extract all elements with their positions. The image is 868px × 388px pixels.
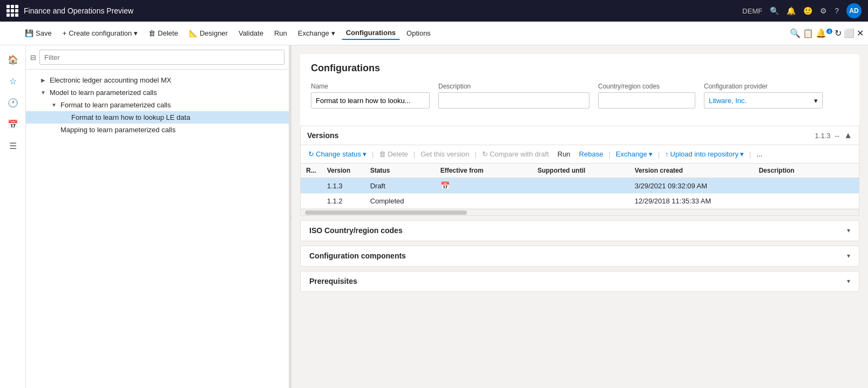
main-layout: 🏠 ☆ 🕐 📅 ☰ ⊟ ▶ Electronic ledger accounti… <box>0 45 868 388</box>
run-button[interactable]: Run <box>270 27 291 39</box>
apps-icon[interactable] <box>6 5 18 17</box>
vtb-delete-button[interactable]: 🗑 Delete <box>376 148 411 160</box>
name-field: Name <box>311 83 430 108</box>
rebase-button[interactable]: Rebase <box>576 148 607 160</box>
current-version: 1.1.3 <box>815 132 831 140</box>
collapse-icon: ▼ <box>39 90 48 96</box>
change-status-button[interactable]: ↻ Change status ▾ <box>305 148 370 160</box>
designer-button[interactable]: 📐 Designer <box>185 27 232 39</box>
get-this-version-button[interactable]: Get this version <box>417 148 472 160</box>
vtb-exchange-button[interactable]: Exchange ▾ <box>613 148 656 160</box>
row-version-2: 1.1.2 <box>322 194 365 209</box>
save-button[interactable]: 💾 Save <box>21 27 56 39</box>
row-supported-1 <box>532 178 629 194</box>
provider-select[interactable]: Litware, Inc. ▾ <box>704 92 823 108</box>
refresh-icon[interactable]: ↻ <box>835 28 842 38</box>
row-desc-1 <box>754 178 859 194</box>
upload-into-repository-button[interactable]: ↑ Upload into repository ▾ <box>662 148 747 160</box>
config-panel: Configurations Name Description Country/… <box>300 54 859 126</box>
name-input[interactable] <box>311 92 430 108</box>
configurations-button[interactable]: Configurations <box>342 26 400 40</box>
filter-input[interactable] <box>39 50 284 65</box>
home-icon[interactable]: 🏠 <box>3 50 23 69</box>
col-header-created: Version created <box>629 164 754 178</box>
row-effective-1: 📅 <box>435 178 532 194</box>
refresh-small-icon: ↻ <box>308 150 314 158</box>
hamburger-icon[interactable] <box>4 28 18 39</box>
chevron-down-provider: ▾ <box>814 97 818 105</box>
list-icon[interactable]: ☰ <box>3 136 23 155</box>
avatar[interactable]: AD <box>846 3 862 18</box>
country-field: Country/region codes <box>598 83 695 108</box>
tree-item-mapping-parameterized[interactable]: Mapping to learn parameterized calls <box>26 124 289 136</box>
clock-icon[interactable]: 🕐 <box>3 93 23 112</box>
tree-panel: ⊟ ▶ Electronic ledger accounting model M… <box>26 45 289 388</box>
close-icon[interactable]: ✕ <box>857 28 864 38</box>
country-label: Country/region codes <box>598 83 695 90</box>
row-status-1: Draft <box>365 178 435 194</box>
tree-item-electronic-ledger[interactable]: ▶ Electronic ledger accounting model MX <box>26 74 289 86</box>
row-created-1: 3/29/2021 09:32:09 AM <box>629 178 754 194</box>
prerequisites-section: Prerequisites ▾ <box>300 271 859 292</box>
exchange-button[interactable]: Exchange ▾ <box>294 27 340 39</box>
chevron-down-iso: ▾ <box>847 227 850 234</box>
h-scrollbar[interactable] <box>301 209 859 215</box>
table-row[interactable]: 1.1.2 Completed 12/29/2018 11:35:33 AM <box>301 194 859 209</box>
prerequisites-header[interactable]: Prerequisites ▾ <box>301 271 859 291</box>
config-form-row: Name Description Country/region codes Co… <box>311 83 849 108</box>
calendar-icon[interactable]: 📅 <box>440 181 450 190</box>
versions-header: Versions 1.1.3 -- ▲ <box>301 126 859 145</box>
country-input[interactable] <box>598 92 695 108</box>
provider-label: Configuration provider <box>704 83 823 90</box>
plus-icon: + <box>63 29 67 37</box>
chevron-down-icon-2: ▾ <box>331 29 335 37</box>
tree-item-model-parameterized[interactable]: ▼ Model to learn parameterized calls <box>26 86 289 99</box>
create-configuration-button[interactable]: + Create configuration ▾ <box>58 27 143 39</box>
help-icon[interactable]: ? <box>835 6 839 15</box>
global-search-icon[interactable]: 🔍 <box>790 28 801 38</box>
save-icon: 💾 <box>25 29 33 37</box>
options-button[interactable]: Options <box>402 27 435 39</box>
compare-icon: ↻ <box>482 150 488 158</box>
config-title: Configurations <box>311 63 849 74</box>
row-status-2: Completed <box>365 194 435 209</box>
gear-icon[interactable]: ⚙ <box>820 6 827 15</box>
row-version-1: 1.1.3 <box>322 178 365 194</box>
iso-country-header[interactable]: ISO Country/region codes ▾ <box>301 221 859 241</box>
upload-icon: ↑ <box>665 150 669 158</box>
compare-with-draft-button[interactable]: ↻ Compare with draft <box>479 148 552 160</box>
restore-icon[interactable]: ⬜ <box>844 28 855 38</box>
desc-input[interactable] <box>438 92 589 108</box>
smiley-icon[interactable]: 🙂 <box>803 6 812 15</box>
notifications-icon[interactable]: 🔔4 <box>816 28 832 38</box>
row-r-1 <box>301 178 322 194</box>
user-label: DEMF <box>742 7 762 15</box>
validate-button[interactable]: Validate <box>234 27 268 39</box>
delete-icon: 🗑 <box>148 29 155 37</box>
provider-field: Configuration provider Litware, Inc. ▾ <box>704 83 823 108</box>
table-row[interactable]: 1.1.3 Draft 📅 3/29/2021 09:32:09 AM <box>301 178 859 194</box>
content-area: Configurations Name Description Country/… <box>291 45 868 388</box>
config-components-header[interactable]: Configuration components ▾ <box>301 246 859 266</box>
delete-button[interactable]: 🗑 Delete <box>144 27 182 39</box>
bell-icon[interactable]: 🔔 <box>786 6 796 15</box>
tree-item-format-parameterized[interactable]: ▼ Format to learn parameterized calls <box>26 99 289 111</box>
star-icon[interactable]: ☆ <box>3 71 23 91</box>
panel-toggle-icon[interactable]: 📋 <box>803 28 813 38</box>
tree-toolbar: ⊟ <box>26 45 289 70</box>
tree-item-format-lookup[interactable]: Format to learn how to lookup LE data <box>26 111 289 124</box>
calendar-side-icon[interactable]: 📅 <box>3 114 23 134</box>
chevron-down-icon: ▾ <box>134 29 138 37</box>
chevron-down-prereq: ▾ <box>847 277 850 285</box>
config-components-section: Configuration components ▾ <box>300 246 859 267</box>
row-created-2: 12/29/2018 11:35:33 AM <box>629 194 754 209</box>
col-header-version: Version <box>322 164 365 178</box>
h-scroll-thumb[interactable] <box>305 210 467 215</box>
vtb-run-button[interactable]: Run <box>554 148 574 160</box>
collapse-versions-icon[interactable]: ▲ <box>844 131 852 140</box>
search-icon[interactable]: 🔍 <box>770 6 779 15</box>
chevron-change-status: ▾ <box>363 150 367 158</box>
versions-toolbar: ↻ Change status ▾ | 🗑 Delete | Get this … <box>301 145 859 164</box>
designer-icon: 📐 <box>189 29 198 37</box>
more-button[interactable]: ... <box>753 148 765 160</box>
